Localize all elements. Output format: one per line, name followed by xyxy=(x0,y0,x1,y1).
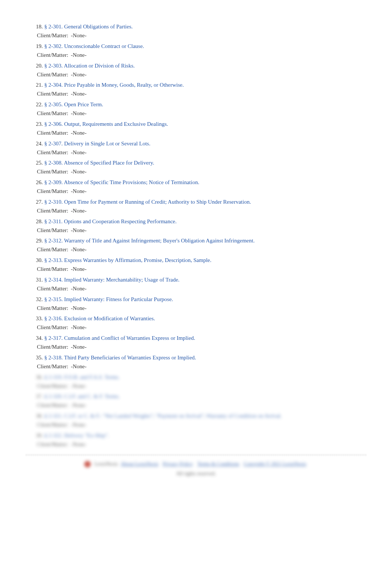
statute-link[interactable]: § 2-319. F.O.B. and F.A.S. Terms. xyxy=(44,373,120,382)
item-number: 21. xyxy=(33,80,43,89)
client-matter-row: Client/Matter:-None- xyxy=(33,109,377,118)
statute-item: 33.§ 2-316. Exclusion or Modification of… xyxy=(33,314,377,332)
statute-item: 22.§ 2-305. Open Price Term.Client/Matte… xyxy=(33,100,377,118)
client-matter-label: Client/Matter: xyxy=(37,323,71,332)
client-matter-row: Client/Matter:-None- xyxy=(33,323,377,332)
client-matter-label: Client/Matter: xyxy=(37,284,71,293)
client-matter-label: Client/Matter: xyxy=(37,245,71,254)
statute-item: 38.§ 2-321. C.I.F. or C. & F.: "Net Land… xyxy=(33,411,377,430)
statute-link[interactable]: § 2-321. C.I.F. or C. & F.: "Net Landed … xyxy=(44,411,282,420)
statute-item: 34.§ 2-317. Cumulation and Conflict of W… xyxy=(33,334,377,352)
client-matter-row: Client/Matter:-None- xyxy=(33,187,377,196)
item-number: 37. xyxy=(33,392,43,401)
client-matter-row: Client/Matter:-None- xyxy=(33,51,377,60)
statute-link[interactable]: § 2-304. Price Payable in Money, Goods, … xyxy=(44,80,184,89)
statute-item: 30.§ 2-313. Express Warranties by Affirm… xyxy=(33,256,377,274)
statute-item: 27.§ 2-310. Open Time for Payment or Run… xyxy=(33,197,377,215)
statute-link[interactable]: § 2-308. Absence of Specified Place for … xyxy=(44,158,154,167)
client-matter-label: Client/Matter: xyxy=(37,226,71,235)
footer-link[interactable]: Privacy Policy xyxy=(163,461,193,467)
client-matter-row: Client/Matter:-None- xyxy=(33,226,377,235)
item-number: 32. xyxy=(33,295,43,304)
statute-link[interactable]: § 2-317. Cumulation and Conflict of Warr… xyxy=(44,334,195,342)
client-matter-label: Client/Matter: xyxy=(37,342,71,352)
footer-link[interactable]: Terms & Conditions xyxy=(197,461,239,467)
statute-link[interactable]: § 2-311. Options and Cooperation Respect… xyxy=(44,217,177,226)
brand-logo-icon xyxy=(84,461,91,468)
client-matter-value: -None- xyxy=(71,70,86,79)
client-matter-label: Client/Matter: xyxy=(37,148,71,157)
client-matter-row: Client/Matter:-None- xyxy=(33,401,377,410)
statute-link[interactable]: § 2-310. Open Time for Payment or Runnin… xyxy=(44,197,251,206)
item-number: 24. xyxy=(33,139,43,148)
statute-link[interactable]: § 2-305. Open Price Term. xyxy=(44,100,103,109)
statute-list: 18.§ 2-301. General Obligations of Parti… xyxy=(0,22,392,449)
statute-item: 20.§ 2-303. Allocation or Division of Ri… xyxy=(33,61,377,79)
client-matter-row: Client/Matter:-None- xyxy=(33,89,377,99)
item-number: 29. xyxy=(33,236,43,245)
statute-link[interactable]: § 2-303. Allocation or Division of Risks… xyxy=(44,61,135,70)
client-matter-row: Client/Matter:-None- xyxy=(33,362,377,371)
client-matter-label: Client/Matter: xyxy=(37,304,71,313)
footer-link[interactable]: Copyright © 2021 LexisNexis xyxy=(244,461,306,467)
statute-item: 29.§ 2-312. Warranty of Title and Agains… xyxy=(33,236,377,254)
item-number: 34. xyxy=(33,334,43,342)
footer-link[interactable]: About LexisNexis xyxy=(121,461,158,467)
client-matter-value: -None- xyxy=(71,206,86,215)
client-matter-label: Client/Matter: xyxy=(37,362,71,371)
statute-link[interactable]: § 2-302. Unconscionable Contract or Clau… xyxy=(44,42,144,51)
statute-item: 39.§ 2-322. Delivery "Ex-Ship".Client/Ma… xyxy=(33,431,377,449)
page-footer: LexisNexis About LexisNexis Privacy Poli… xyxy=(0,459,392,479)
client-matter-label: Client/Matter: xyxy=(37,109,71,118)
statute-link[interactable]: § 2-320. C.I.F. and C. & F. Terms. xyxy=(44,392,120,401)
client-matter-label: Client/Matter: xyxy=(37,128,71,138)
client-matter-value: -None- xyxy=(71,89,86,99)
statute-link[interactable]: § 2-322. Delivery "Ex-Ship". xyxy=(44,431,109,440)
client-matter-value: -None- xyxy=(71,440,86,449)
client-matter-value: -None- xyxy=(71,304,86,313)
client-matter-row: Client/Matter:-None- xyxy=(33,128,377,138)
item-number: 26. xyxy=(33,178,43,187)
statute-item: 36.§ 2-319. F.O.B. and F.A.S. Terms.Clie… xyxy=(33,373,377,391)
client-matter-row: Client/Matter:-None- xyxy=(33,382,377,391)
client-matter-label: Client/Matter: xyxy=(37,51,71,60)
client-matter-value: -None- xyxy=(71,51,86,60)
footer-tagline: All rights reserved. xyxy=(0,469,392,479)
statute-item: 28.§ 2-311. Options and Cooperation Resp… xyxy=(33,217,377,235)
statute-link[interactable]: § 2-309. Absence of Specific Time Provis… xyxy=(44,178,199,187)
client-matter-label: Client/Matter: xyxy=(37,265,71,274)
client-matter-value: -None- xyxy=(71,362,86,371)
client-matter-row: Client/Matter:-None- xyxy=(33,440,377,449)
statute-link[interactable]: § 2-306. Output, Requirements and Exclus… xyxy=(44,120,168,128)
footer-separator xyxy=(26,454,366,456)
client-matter-label: Client/Matter: xyxy=(37,401,71,410)
client-matter-value: -None- xyxy=(71,265,86,274)
statute-link[interactable]: § 2-316. Exclusion or Modification of Wa… xyxy=(44,314,155,323)
client-matter-row: Client/Matter:-None- xyxy=(33,420,377,430)
item-number: 23. xyxy=(33,120,43,128)
statute-link[interactable]: § 2-314. Implied Warranty: Merchantabili… xyxy=(44,275,179,284)
item-number: 27. xyxy=(33,197,43,206)
client-matter-row: Client/Matter:-None- xyxy=(33,70,377,79)
statute-item: 19.§ 2-302. Unconscionable Contract or C… xyxy=(33,42,377,60)
statute-link[interactable]: § 2-313. Express Warranties by Affirmati… xyxy=(44,256,212,265)
client-matter-value: -None- xyxy=(71,148,86,157)
statute-link[interactable]: § 2-312. Warranty of Title and Against I… xyxy=(44,236,255,245)
statute-link[interactable]: § 2-318. Third Party Beneficiaries of Wa… xyxy=(44,353,196,362)
statute-link[interactable]: § 2-315. Implied Warranty: Fitness for P… xyxy=(44,295,173,304)
client-matter-row: Client/Matter:-None- xyxy=(33,265,377,274)
client-matter-value: -None- xyxy=(71,128,86,138)
client-matter-value: -None- xyxy=(71,226,86,235)
client-matter-label: Client/Matter: xyxy=(37,70,71,79)
client-matter-row: Client/Matter:-None- xyxy=(33,206,377,215)
statute-link[interactable]: § 2-301. General Obligations of Parties. xyxy=(44,22,133,31)
statute-item: 32.§ 2-315. Implied Warranty: Fitness fo… xyxy=(33,295,377,313)
client-matter-value: -None- xyxy=(71,187,86,196)
item-number: 25. xyxy=(33,158,43,167)
client-matter-value: -None- xyxy=(71,167,86,176)
client-matter-label: Client/Matter: xyxy=(37,440,71,449)
statute-item: 21.§ 2-304. Price Payable in Money, Good… xyxy=(33,80,377,99)
client-matter-row: Client/Matter:-None- xyxy=(33,167,377,176)
statute-link[interactable]: § 2-307. Delivery in Single Lot or Sever… xyxy=(44,139,150,148)
client-matter-value: -None- xyxy=(71,31,86,40)
